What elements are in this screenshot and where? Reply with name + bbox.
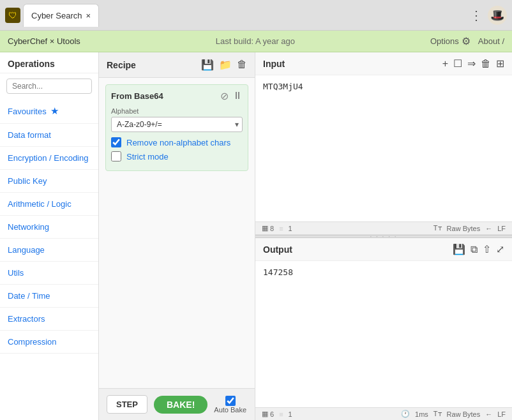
about-button[interactable]: About / xyxy=(478,36,504,46)
sidebar-item-public-key[interactable]: Public Key xyxy=(0,170,98,193)
top-bar-right: Options ⚙ About / xyxy=(430,35,504,47)
strict-mode-label[interactable]: Strict mode xyxy=(126,152,169,161)
top-bar: CyberChef × Utools Last build: A year ag… xyxy=(0,31,512,52)
switch-io-button[interactable]: ⇒ xyxy=(467,57,476,70)
load-recipe-button[interactable]: 📁 xyxy=(219,59,232,71)
recipe-footer: STEP BAKE! Auto Bake xyxy=(99,388,255,420)
char-icon: ▦ xyxy=(262,224,268,232)
sidebar-item-label: Public Key xyxy=(8,176,47,186)
sidebar-header: Operations xyxy=(0,52,98,73)
status-sep: ≡ xyxy=(279,410,283,418)
remove-nonalpha-label[interactable]: Remove non-alphabet chars xyxy=(126,138,230,147)
search-box xyxy=(0,73,98,99)
sidebar-item-label: Compression xyxy=(8,337,57,347)
save-recipe-button[interactable]: 💾 xyxy=(201,59,214,71)
output-statusbar: ▦ 6 ≡ 1 🕐 1ms Tᴛ Raw Bytes ← LF xyxy=(255,407,512,420)
star-icon: ★ xyxy=(50,105,59,117)
clear-input-button[interactable]: 🗑 xyxy=(481,58,491,70)
strict-mode-row: Strict mode xyxy=(111,151,243,161)
more-options-icon[interactable]: ⋮ xyxy=(470,8,483,23)
tab-item[interactable]: Cyber Search × xyxy=(23,4,99,27)
input-title: Input xyxy=(263,59,442,69)
alphabet-label: Alphabet xyxy=(111,107,243,115)
io-panel: Input + ☐ ⇒ 🗑 ⊞ MTQ3MjU4 ▦ 8 ≡ 1 Tᴛ xyxy=(255,52,512,420)
sidebar-item-utils[interactable]: Utils xyxy=(0,262,98,285)
options-button[interactable]: Options ⚙ xyxy=(430,35,471,47)
sidebar-item-label: Data format xyxy=(8,130,51,140)
auto-bake-checkbox[interactable] xyxy=(225,396,236,406)
sidebar-item-label: Utils xyxy=(8,268,24,278)
sidebar-item-label: Networking xyxy=(8,222,49,232)
tab-bar: 🛡 Cyber Search × ⋮ 🎩 xyxy=(0,0,512,31)
layout-button[interactable]: ⊞ xyxy=(496,57,504,70)
remove-nonalpha-row: Remove non-alphabet chars xyxy=(111,137,243,147)
sidebar-item-favourites[interactable]: Favourites ★ xyxy=(0,99,98,124)
sidebar-item-label: Arithmetic / Logic xyxy=(8,199,72,209)
input-section: Input + ☐ ⇒ 🗑 ⊞ MTQ3MjU4 ▦ 8 ≡ 1 Tᴛ xyxy=(255,52,512,235)
disable-op-button[interactable]: ⊘ xyxy=(220,90,229,102)
recipe-title: Recipe xyxy=(107,60,201,70)
output-char-count: ▦ 6 xyxy=(262,410,274,418)
alphabet-field: Alphabet A-Za-z0-9+/= A-Za-z0-9-_= Custo… xyxy=(111,107,243,132)
arrow-right-icon: ← xyxy=(485,225,492,232)
input-header: Input + ☐ ⇒ 🗑 ⊞ xyxy=(255,52,512,75)
options-label: Options xyxy=(430,36,459,46)
alphabet-select[interactable]: A-Za-z0-9+/= A-Za-z0-9-_= Custom xyxy=(111,117,243,132)
sidebar-item-extractors[interactable]: Extractors xyxy=(0,308,98,331)
remove-nonalpha-checkbox[interactable] xyxy=(111,137,121,147)
auto-bake-wrapper: Auto Bake xyxy=(214,396,246,414)
copy-output-button[interactable]: ⧉ xyxy=(471,244,478,255)
bake-button[interactable]: BAKE! xyxy=(154,396,207,414)
brand-label: CyberChef × Utools xyxy=(8,36,80,46)
auto-bake-label[interactable]: Auto Bake xyxy=(214,406,246,414)
strict-mode-checkbox[interactable] xyxy=(111,151,121,161)
op-title: From Base64 xyxy=(111,91,163,101)
add-input-button[interactable]: + xyxy=(442,58,448,70)
sidebar-item-encryption-encoding[interactable]: Encryption / Encoding xyxy=(0,147,98,170)
sidebar-item-label: Language xyxy=(8,245,45,255)
recipe-panel: Recipe 💾 📁 🗑 From Base64 ⊘ ⏸ Alphabet xyxy=(99,52,255,420)
tabs-button[interactable]: ☐ xyxy=(453,57,462,70)
sidebar-item-data-format[interactable]: Data format xyxy=(0,124,98,147)
sidebar-item-label: Date / Time xyxy=(8,291,50,301)
op-card-header: From Base64 ⊘ ⏸ xyxy=(111,90,243,102)
sidebar-item-label: Favourites xyxy=(8,107,47,116)
save-output-button[interactable]: 💾 xyxy=(453,243,465,255)
sidebar-item-date-time[interactable]: Date / Time xyxy=(0,285,98,308)
tab-close-button[interactable]: × xyxy=(86,11,91,20)
build-info: Last build: A year ago xyxy=(80,36,430,46)
sidebar-item-compression[interactable]: Compression xyxy=(0,331,98,354)
tab-favicon: 🛡 xyxy=(5,8,20,23)
input-statusbar: ▦ 8 ≡ 1 Tᴛ Raw Bytes ← LF xyxy=(255,221,512,234)
sidebar: Operations Favourites ★ Data format Encr… xyxy=(0,52,99,420)
step-button[interactable]: STEP xyxy=(107,395,147,414)
sidebar-item-language[interactable]: Language xyxy=(0,239,98,262)
output-content: 147258 xyxy=(255,261,512,407)
arrow-left-icon: ← xyxy=(485,410,492,418)
sidebar-item-arithmetic-logic[interactable]: Arithmetic / Logic xyxy=(0,193,98,216)
output-section: Output 💾 ⧉ ⇧ ⤢ 147258 ▦ 6 ≡ 1 🕐 1ms xyxy=(255,238,512,420)
output-icons: 💾 ⧉ ⇧ ⤢ xyxy=(453,243,504,255)
output-format-label: Tᴛ xyxy=(433,410,442,418)
sidebar-item-label: Encryption / Encoding xyxy=(8,153,88,163)
pause-op-button[interactable]: ⏸ xyxy=(232,90,243,102)
recipe-header: Recipe 💾 📁 🗑 xyxy=(99,52,255,78)
output-header: Output 💾 ⧉ ⇧ ⤢ xyxy=(255,238,512,261)
input-content[interactable]: MTQ3MjU4 xyxy=(255,75,512,221)
avatar: 🎩 xyxy=(488,6,507,25)
op-card-actions: ⊘ ⏸ xyxy=(220,90,243,102)
status-sep: ≡ xyxy=(279,225,283,232)
input-char-count: ▦ 8 xyxy=(262,224,274,232)
clear-recipe-button[interactable]: 🗑 xyxy=(237,59,247,71)
gear-icon: ⚙ xyxy=(462,35,471,47)
tab-menu: ⋮ 🎩 xyxy=(470,6,507,25)
sidebar-item-networking[interactable]: Networking xyxy=(0,216,98,239)
operation-card: From Base64 ⊘ ⏸ Alphabet A-Za-z0-9+/= A-… xyxy=(105,84,248,171)
send-output-button[interactable]: ⇧ xyxy=(483,243,491,255)
input-format-label: Tᴛ xyxy=(433,224,442,232)
sidebar-item-label: Extractors xyxy=(8,314,45,324)
fullscreen-button[interactable]: ⤢ xyxy=(496,243,504,255)
char-icon: ▦ xyxy=(262,410,268,418)
search-input[interactable] xyxy=(6,79,92,94)
recipe-icons: 💾 📁 🗑 xyxy=(201,59,247,71)
